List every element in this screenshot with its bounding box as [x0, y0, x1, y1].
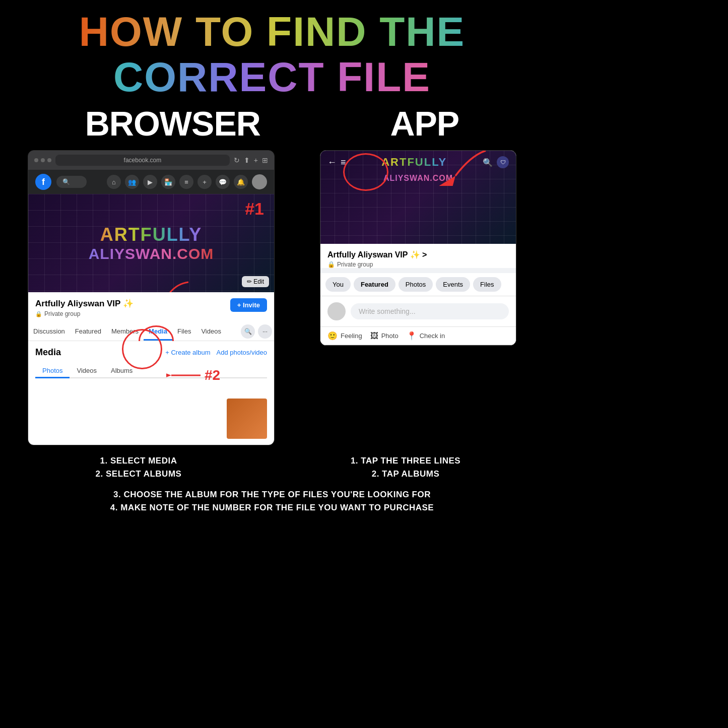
browser-url-bar[interactable]: facebook.com — [55, 155, 230, 166]
action-photo[interactable]: 🖼 Photo — [370, 331, 399, 341]
add-photos-btn[interactable]: Add photos/video — [217, 349, 267, 356]
browser-add-tab-icon[interactable]: + — [254, 156, 258, 164]
fb-store-icon[interactable]: 🏪 — [161, 175, 175, 189]
subtab-videos[interactable]: Videos — [70, 363, 104, 377]
browser-group-area: Artfully Aliyswan VIP ✨ 🔒 Private group … — [28, 292, 274, 445]
tab-media[interactable]: Media — [144, 322, 172, 341]
media-sub-tabs: Photos Videos Albums — [35, 363, 267, 378]
app-header-label: APP — [390, 104, 459, 143]
group-privacy-browser: 🔒 Private group — [35, 310, 134, 317]
group-name-browser: Artfully Aliyswan VIP ✨ — [35, 298, 134, 309]
checkin-icon: 📍 — [407, 331, 417, 341]
fb-home-icon[interactable]: ⌂ — [107, 175, 121, 189]
media-sub-tabs-container: Photos Videos Albums — [35, 363, 267, 378]
app-header: ← ≡ ARTFULLY 🔍 🛡 ALIYSWAN.COM — [320, 151, 516, 244]
browser-share-icon[interactable]: ⬆ — [244, 156, 250, 164]
browser-refresh-icon[interactable]: ↻ — [234, 156, 240, 164]
section-headers: BROWSER APP — [0, 104, 544, 150]
tab-members[interactable]: Members — [106, 322, 144, 341]
fb-messenger-icon[interactable]: 💬 — [216, 175, 230, 189]
cover-text-browser: ARTFULLY ALIYSWAN.COM — [89, 224, 214, 262]
instructions-row: 1. SELECT MEDIA 2. SELECT ALBUMS 1. TAP … — [0, 445, 544, 486]
cover-line1: ARTFULLY — [89, 224, 214, 245]
post-avatar — [327, 302, 346, 320]
app-tab-you[interactable]: You — [325, 277, 351, 292]
fb-bell-icon[interactable]: 🔔 — [234, 175, 248, 189]
step-3: 3. CHOOSE THE ALBUM FOR THE TYPE OF FILE… — [10, 488, 534, 501]
app-tab-events[interactable]: Events — [436, 277, 470, 292]
photo-label: Photo — [381, 332, 399, 340]
app-arrow-svg — [430, 151, 491, 186]
app-step-1: 1. TAP THE THREE LINES — [277, 454, 534, 468]
browser-screenshot: facebook.com ↻ ⬆ + ⊞ f 🔍 ⌂ 👥 ▶ 🏪 ≡ + — [28, 150, 275, 445]
app-tab-featured[interactable]: Featured — [354, 277, 395, 292]
browser-instructions: 1. SELECT MEDIA 2. SELECT ALBUMS — [10, 454, 267, 480]
main-container: HOW TO FIND THE CORRECT FILE BROWSER APP… — [0, 0, 544, 544]
media-thumbnail-1 — [227, 399, 267, 439]
tab-featured[interactable]: Featured — [70, 322, 106, 341]
browser-instruction-text: 1. SELECT MEDIA 2. SELECT ALBUMS — [10, 454, 267, 480]
arrow-1-svg — [156, 280, 196, 292]
action-feeling[interactable]: 🙂 Feeling — [327, 331, 362, 341]
annotation-2-label: #2 — [205, 367, 220, 383]
annotation-2-container: #2 — [166, 367, 220, 383]
app-header-container: ← ≡ ARTFULLY 🔍 🛡 ALIYSWAN.COM — [320, 151, 516, 244]
browser-dots — [34, 158, 51, 162]
app-screenshot: ← ≡ ARTFULLY 🔍 🛡 ALIYSWAN.COM — [320, 150, 516, 346]
app-back-icon[interactable]: ← — [327, 157, 337, 168]
cover-line2: ALIYSWAN.COM — [89, 245, 214, 262]
search-tab-icon[interactable]: 🔍 — [241, 324, 255, 339]
create-album-btn[interactable]: + Create album — [165, 349, 210, 356]
fb-menu-icon[interactable]: ≡ — [179, 175, 193, 189]
app-tabs: You Featured Photos Events Files — [320, 273, 516, 296]
app-tab-files[interactable]: Files — [473, 277, 501, 292]
annotation-1-container: #1 — [245, 199, 264, 219]
tab-files[interactable]: Files — [172, 322, 196, 341]
post-actions: 🙂 Feeling 🖼 Photo 📍 Check in — [320, 327, 516, 345]
app-shield-icon[interactable]: 🛡 — [497, 156, 509, 168]
app-tab-photos[interactable]: Photos — [399, 277, 433, 292]
edit-button[interactable]: ✏ Edit — [242, 276, 269, 287]
browser-grid-icon[interactable]: ⊞ — [262, 156, 268, 164]
tab-discussion[interactable]: Discussion — [28, 322, 70, 341]
facebook-logo: f — [35, 174, 51, 190]
invite-button[interactable]: + Invite — [230, 298, 267, 312]
app-instruction-text: 1. TAP THE THREE LINES 2. TAP ALBUMS — [277, 454, 534, 480]
action-checkin[interactable]: 📍 Check in — [407, 331, 445, 341]
fb-search-icon: 🔍 — [62, 178, 70, 185]
browser-dot-1 — [34, 158, 38, 162]
fb-plus-icon[interactable]: + — [197, 175, 212, 189]
fb-people-icon[interactable]: 👥 — [125, 175, 139, 189]
more-tab-icon[interactable]: ··· — [258, 324, 272, 339]
group-info-browser: Artfully Aliyswan VIP ✨ 🔒 Private group … — [28, 292, 274, 322]
feeling-label: Feeling — [341, 332, 362, 340]
write-post-input[interactable]: Write something... — [351, 303, 509, 319]
subtab-albums[interactable]: Albums — [104, 363, 140, 377]
arrow-2-svg — [166, 368, 202, 383]
subtab-photos[interactable]: Photos — [35, 363, 70, 377]
app-step-2: 2. TAP ALBUMS — [277, 468, 534, 481]
media-thumbnails — [35, 399, 267, 439]
write-post-area: Write something... — [320, 296, 516, 327]
group-tabs: Discussion Featured Members Media Files … — [28, 322, 274, 341]
fb-search-box[interactable]: 🔍 — [56, 176, 87, 188]
title-text: HOW TO FIND THE CORRECT FILE — [79, 9, 465, 100]
app-group-name: Artfully Aliyswan VIP ✨ > — [327, 250, 509, 259]
fb-video-icon[interactable]: ▶ — [143, 175, 157, 189]
media-title: Media — [35, 347, 61, 358]
fb-nav-icons: ⌂ 👥 ▶ 🏪 ≡ + 💬 🔔 — [107, 174, 267, 189]
media-header: Media + Create album Add photos/video — [35, 347, 267, 358]
red-circle-app — [343, 153, 388, 191]
feeling-icon: 🙂 — [327, 331, 338, 341]
app-lock-icon: 🔒 — [327, 261, 335, 268]
facebook-nav: f 🔍 ⌂ 👥 ▶ 🏪 ≡ + 💬 🔔 — [28, 170, 274, 194]
browser-dot-3 — [47, 158, 51, 162]
media-actions: + Create album Add photos/video — [165, 349, 267, 356]
lock-icon-browser: 🔒 — [35, 311, 42, 317]
tab-videos[interactable]: Videos — [196, 322, 226, 341]
fb-avatar — [252, 174, 267, 189]
annotation-1-label: #1 — [245, 199, 264, 219]
browser-header: BROWSER — [85, 104, 260, 143]
main-title: HOW TO FIND THE CORRECT FILE — [0, 0, 544, 104]
app-instructions: 1. TAP THE THREE LINES 2. TAP ALBUMS — [277, 454, 534, 480]
